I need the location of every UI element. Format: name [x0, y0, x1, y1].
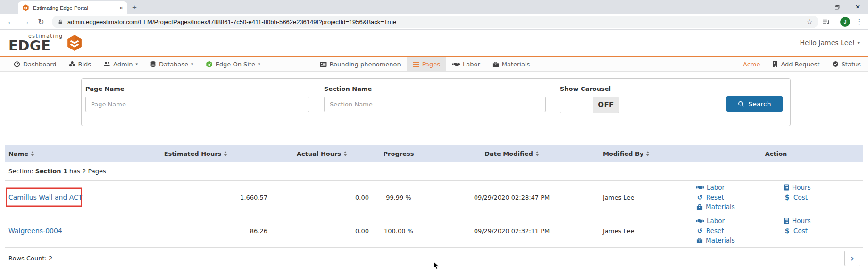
- nav-item-admin[interactable]: Admin ▾: [97, 57, 144, 71]
- reading-list-icon[interactable]: [822, 18, 836, 25]
- toggle-state-label: OFF: [593, 97, 619, 113]
- calculator-icon: [784, 184, 789, 191]
- back-icon[interactable]: ←: [4, 17, 18, 26]
- nav-item-labor[interactable]: Labor: [446, 57, 486, 71]
- reset-link[interactable]: ↺ Reset: [696, 226, 776, 235]
- labor-link[interactable]: Labor: [696, 183, 776, 192]
- reload-icon[interactable]: ↻: [34, 17, 48, 26]
- edge-cube-icon: [67, 34, 83, 51]
- show-carousel-toggle[interactable]: OFF: [560, 97, 619, 113]
- browser-tab-bar: Estimating Edge Portal × + — ×: [0, 0, 868, 14]
- next-page-icon: ›: [851, 253, 854, 263]
- nav-item-database[interactable]: Database ▾: [144, 57, 200, 71]
- tab-close-icon[interactable]: ×: [119, 5, 123, 11]
- column-header-actual-hours[interactable]: Actual Hours: [271, 150, 373, 157]
- building-icon: [772, 61, 778, 67]
- page-name-input[interactable]: [85, 97, 309, 112]
- nav-item-acme[interactable]: Acme: [737, 57, 766, 71]
- app-header: estimating EDGE Hello James Lee! ▾: [0, 30, 868, 57]
- nav-item-pages[interactable]: Pages: [407, 57, 446, 71]
- search-icon: [738, 101, 744, 107]
- reset-undo-icon: ↺: [696, 193, 703, 202]
- labor-handshake-icon: [696, 185, 704, 190]
- progress-value: 99.99 %: [373, 194, 425, 201]
- nav-item-dashboard[interactable]: Dashboard: [8, 57, 63, 71]
- browser-menu-icon[interactable]: ⋮: [854, 17, 864, 26]
- page-link[interactable]: Camillus Wall and ACT: [8, 194, 82, 201]
- edge-logo[interactable]: estimating EDGE: [8, 33, 83, 53]
- lock-icon: [58, 19, 63, 25]
- browser-url-bar: ← → ↻ admin.edgeestimator.com/EFM/Projec…: [0, 14, 868, 30]
- sort-icon: [535, 151, 539, 157]
- window-controls: — ×: [806, 0, 868, 14]
- estimated-hours-value: 86.26: [120, 227, 271, 235]
- pages-list-icon: [413, 62, 419, 67]
- nav-item-edge-on-site[interactable]: Edge On Site ▾: [200, 57, 267, 71]
- database-icon: [150, 61, 156, 67]
- column-header-estimated-hours[interactable]: Estimated Hours: [120, 150, 271, 157]
- table-row: Walgreens-0004 86.26 0.00 100.00 % 09/29…: [5, 214, 863, 248]
- table-row: Camillus Wall and ACT 1,660.57 0.00 99.9…: [5, 181, 863, 214]
- page-link[interactable]: Walgreens-0004: [8, 227, 62, 235]
- section-group-row: Section: Section 1 has 2 Pages: [5, 162, 863, 181]
- page-name-label: Page Name: [85, 85, 309, 92]
- modified-by-value: James Lee: [599, 194, 689, 201]
- labor-link[interactable]: Labor: [696, 217, 776, 225]
- url-text: admin.edgeestimator.com/EFM/ProjectPages…: [67, 18, 396, 25]
- calculator-icon: [784, 218, 789, 224]
- user-greeting[interactable]: Hello James Lee! ▾: [800, 39, 860, 47]
- date-modified-value: 09/29/2020 02:32:11 PM: [425, 227, 599, 235]
- materials-link[interactable]: Materials: [696, 236, 776, 244]
- dashboard-icon: [14, 61, 20, 67]
- search-button[interactable]: Search: [726, 96, 783, 112]
- dollar-icon: $: [784, 226, 791, 235]
- minimize-icon[interactable]: —: [806, 0, 826, 14]
- labor-handshake-icon: [696, 218, 704, 224]
- forward-icon[interactable]: →: [19, 17, 33, 26]
- close-icon[interactable]: ×: [847, 0, 868, 14]
- labor-handshake-icon: [452, 61, 460, 67]
- actual-hours-value: 0.00: [271, 227, 373, 235]
- column-header-date-modified[interactable]: Date Modified: [425, 150, 599, 157]
- materials-toolbox-icon: [696, 237, 703, 243]
- section-name-input[interactable]: [324, 97, 546, 112]
- reset-undo-icon: ↺: [696, 226, 703, 235]
- new-tab-button[interactable]: +: [132, 3, 137, 11]
- nav-item-rounding-phenomenon[interactable]: Rounding phenomenon: [314, 57, 407, 71]
- sort-icon: [31, 151, 34, 157]
- progress-value: 100.00 %: [373, 227, 425, 235]
- column-header-name[interactable]: Name: [5, 150, 120, 157]
- sort-icon: [224, 151, 227, 157]
- chevron-down-icon: ▾: [191, 62, 193, 66]
- restore-icon[interactable]: [826, 0, 847, 14]
- nav-item-materials[interactable]: Materials: [486, 57, 536, 71]
- address-bar[interactable]: admin.edgeestimator.com/EFM/ProjectPages…: [52, 16, 818, 28]
- dollar-icon: $: [784, 193, 791, 202]
- bookmark-star-icon[interactable]: ☆: [807, 17, 813, 26]
- date-modified-value: 09/29/2020 02:28:47 PM: [425, 194, 599, 201]
- column-header-action: Action: [689, 150, 863, 157]
- section-name: Section 1: [35, 168, 67, 175]
- column-header-modified-by[interactable]: Modified By: [599, 150, 689, 157]
- hours-link[interactable]: Hours: [784, 183, 863, 192]
- modified-by-value: James Lee: [599, 227, 689, 235]
- next-page-button[interactable]: ›: [844, 251, 860, 266]
- status-check-icon: [832, 61, 839, 67]
- hours-link[interactable]: Hours: [784, 217, 863, 225]
- reset-link[interactable]: ↺ Reset: [696, 193, 776, 202]
- chevron-down-icon: ▾: [136, 62, 138, 66]
- logo-main-text: EDGE: [8, 39, 63, 53]
- nav-item-bids[interactable]: Bids: [63, 57, 98, 71]
- materials-link[interactable]: Materials: [696, 202, 776, 211]
- show-carousel-label: Show Carousel: [560, 85, 619, 92]
- nav-item-add-request[interactable]: Add Request: [766, 57, 826, 71]
- tab-title: Estimating Edge Portal: [33, 5, 88, 11]
- cost-link[interactable]: $ Cost: [784, 226, 863, 235]
- cost-link[interactable]: $ Cost: [784, 193, 863, 202]
- browser-tab[interactable]: Estimating Edge Portal ×: [18, 1, 127, 14]
- browser-profile-avatar[interactable]: J: [840, 17, 850, 27]
- nav-item-status[interactable]: Status: [826, 57, 867, 71]
- column-header-progress: Progress: [373, 150, 425, 157]
- pages-table: Name Estimated Hours Actual Hours Progre…: [5, 145, 863, 268]
- materials-toolbox-icon: [696, 204, 703, 210]
